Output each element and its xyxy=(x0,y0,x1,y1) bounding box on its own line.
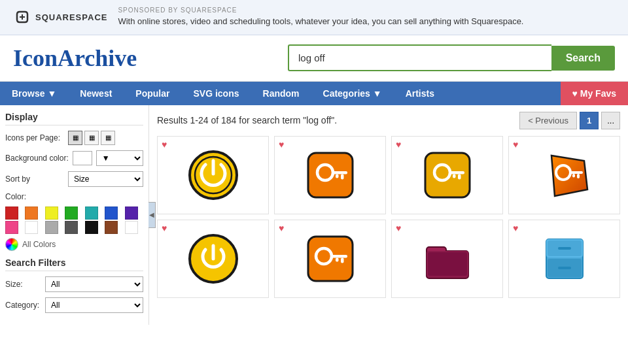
svg-rect-2 xyxy=(308,153,353,197)
pagination: < Previous 1 ... xyxy=(519,112,620,129)
size-filter-select[interactable]: All 16 24 32 48 64 128 256 512 xyxy=(45,276,143,292)
icon-image-3 xyxy=(421,149,474,201)
fav-heart-8[interactable]: ♥ xyxy=(513,223,518,233)
svg-rect-11 xyxy=(453,174,456,178)
fav-heart-4[interactable]: ♥ xyxy=(513,139,518,150)
nav-item-artists[interactable]: Artists xyxy=(394,82,446,105)
svg-rect-4 xyxy=(333,171,347,174)
color-swatch-darkgray[interactable] xyxy=(65,221,78,234)
site-logo[interactable]: IconArchive xyxy=(13,44,137,72)
nav-item-browse[interactable]: Browse ▼ xyxy=(0,82,68,105)
sort-row: Sort by Size Name Date Downloads xyxy=(5,171,143,187)
key-orange2-svg xyxy=(304,233,357,285)
color-swatch-white[interactable] xyxy=(25,221,38,234)
fav-heart-6[interactable]: ♥ xyxy=(279,223,284,233)
icon-grid: ♥ ♥ xyxy=(157,136,620,298)
key-3d-svg xyxy=(538,149,591,201)
color-swatch-teal[interactable] xyxy=(85,207,98,220)
color-swatch-white2[interactable] xyxy=(125,221,138,234)
all-colors-row[interactable]: All Colors xyxy=(5,238,143,251)
icon-image-4 xyxy=(538,149,591,201)
svg-rect-25 xyxy=(428,252,467,276)
svg-rect-20 xyxy=(341,257,344,263)
key-orange-svg xyxy=(304,149,357,201)
size-filter-label: Size: xyxy=(5,280,41,289)
color-swatch-green[interactable] xyxy=(65,207,78,220)
color-swatch-black[interactable] xyxy=(85,221,98,234)
svg-rect-7 xyxy=(425,153,470,197)
svg-rect-9 xyxy=(450,171,464,174)
search-button[interactable]: Search xyxy=(551,46,615,71)
main-content: Results 1-24 of 184 for search term "log… xyxy=(149,105,628,325)
fav-heart-2[interactable]: ♥ xyxy=(279,139,284,150)
sidebar: Display Icons per Page: ▦ ▦ ▦ Background… xyxy=(0,105,149,325)
color-swatch-yellow[interactable] xyxy=(45,207,58,220)
fav-heart-3[interactable]: ♥ xyxy=(396,139,401,150)
header: IconArchive Search xyxy=(0,35,628,82)
icon-cell-6[interactable]: ♥ xyxy=(274,220,386,298)
icon-cell-4[interactable]: ♥ xyxy=(508,136,620,214)
sidebar-collapse-handle[interactable]: ◀ xyxy=(148,202,156,228)
icon-cell-3[interactable]: ♥ xyxy=(391,136,503,214)
category-filter-row: Category: All xyxy=(5,297,143,313)
sort-label: Sort by xyxy=(5,174,64,184)
sponsor-text: With online stores, video and scheduling… xyxy=(118,16,523,26)
power-button-svg xyxy=(187,149,239,201)
color-swatch-pink[interactable] xyxy=(5,221,18,234)
nav-item-random[interactable]: Random xyxy=(251,82,311,105)
icon-cell-2[interactable]: ♥ xyxy=(274,136,386,214)
nav-item-popular[interactable]: Popular xyxy=(124,82,181,105)
color-swatch-purple[interactable] xyxy=(125,207,138,220)
more-pages-indicator[interactable]: ... xyxy=(601,112,620,129)
fav-heart-7[interactable]: ♥ xyxy=(396,223,401,233)
icon-cell-1[interactable]: ♥ xyxy=(157,136,269,214)
icon-image-5 xyxy=(187,233,239,285)
fav-heart-1[interactable]: ♥ xyxy=(162,139,167,150)
color-swatch-gray[interactable] xyxy=(45,221,58,234)
nav-bar: Browse ▼ Newest Popular SVG icons Random… xyxy=(0,82,628,105)
color-label: Color: xyxy=(5,192,64,201)
color-swatch-blue[interactable] xyxy=(105,207,118,220)
icon-image-8 xyxy=(538,233,591,285)
color-swatch-orange[interactable] xyxy=(25,207,38,220)
nav-item-newest[interactable]: Newest xyxy=(68,82,124,105)
bg-color-select[interactable]: ▼ xyxy=(96,150,143,166)
power-button-2-svg xyxy=(187,233,239,285)
icon-image-6 xyxy=(304,233,357,285)
size-small-btn[interactable]: ▦ xyxy=(68,131,82,145)
fav-heart-5[interactable]: ♥ xyxy=(162,223,167,233)
search-area: Search xyxy=(288,44,615,71)
icon-cell-7[interactable]: ♥ xyxy=(391,220,503,298)
svg-rect-5 xyxy=(341,174,344,179)
icons-per-page-row: Icons per Page: ▦ ▦ ▦ xyxy=(5,131,143,145)
size-medium-btn[interactable]: ▦ xyxy=(84,131,99,145)
bg-color-row: Background color: ▼ xyxy=(5,150,143,166)
color-label-row: Color: xyxy=(5,192,143,201)
nav-item-favs[interactable]: ♥ My Favs xyxy=(561,82,628,105)
color-swatch-red[interactable] xyxy=(5,207,18,220)
nav-item-svg[interactable]: SVG icons xyxy=(181,82,251,105)
results-header: Results 1-24 of 184 for search term "log… xyxy=(157,112,620,129)
size-large-btn[interactable]: ▦ xyxy=(101,131,115,145)
icon-image-2 xyxy=(304,149,357,201)
nav-item-categories[interactable]: Categories ▼ xyxy=(311,82,394,105)
bg-color-picker[interactable] xyxy=(73,151,92,165)
sponsor-message: SPONSORED BY SQUARESPACE With online sto… xyxy=(118,7,523,28)
key-gold-svg xyxy=(421,149,474,201)
search-filters-title: Search Filters xyxy=(5,257,143,271)
icon-cell-8[interactable]: ♥ xyxy=(508,220,620,298)
search-input[interactable] xyxy=(288,44,551,71)
cabinet-blue-svg xyxy=(538,233,591,285)
prev-page-button[interactable]: < Previous xyxy=(519,112,577,129)
bg-color-label: Background color: xyxy=(5,154,69,163)
svg-rect-10 xyxy=(458,174,461,179)
icon-cell-5[interactable]: ♥ xyxy=(157,220,269,298)
color-swatch-brown[interactable] xyxy=(105,221,118,234)
all-colors-icon xyxy=(5,238,18,251)
category-filter-select[interactable]: All xyxy=(45,297,143,313)
sort-select[interactable]: Size Name Date Downloads xyxy=(68,171,143,187)
sponsor-bar: SQUARESPACE SPONSORED BY SQUARESPACE Wit… xyxy=(0,0,628,35)
icon-size-buttons: ▦ ▦ ▦ xyxy=(68,131,115,145)
icon-image-7 xyxy=(421,233,474,285)
display-section-title: Display xyxy=(5,112,143,125)
